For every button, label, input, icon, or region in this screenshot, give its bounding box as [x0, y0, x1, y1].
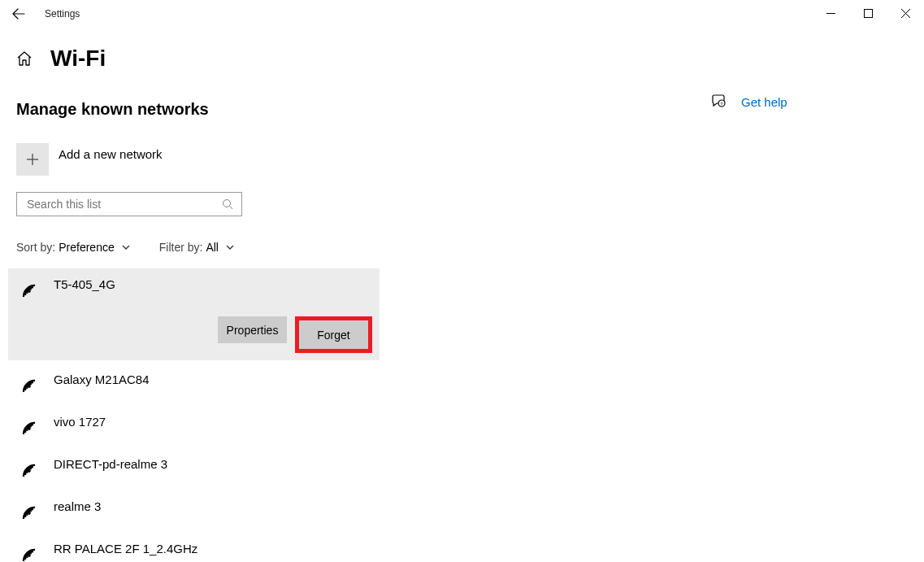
- chevron-down-icon: [121, 242, 131, 252]
- network-item[interactable]: vivo 1727: [8, 406, 380, 445]
- minimize-icon: [826, 9, 835, 18]
- network-name: Galaxy M21AC84: [54, 372, 150, 386]
- sort-by-dropdown[interactable]: Sort by: Preference: [16, 241, 131, 254]
- maximize-button[interactable]: [849, 0, 887, 26]
- network-item[interactable]: DIRECT-pd-realme 3: [8, 448, 380, 487]
- search-icon: [221, 198, 233, 211]
- wifi-icon: [18, 456, 41, 477]
- wifi-icon: [18, 372, 41, 393]
- help-icon: ?: [710, 94, 727, 110]
- page-header: Wi-Fi: [16, 46, 924, 72]
- network-name: vivo 1727: [54, 415, 106, 429]
- minimize-button[interactable]: [812, 0, 849, 26]
- close-icon: [901, 9, 910, 18]
- sort-label: Sort by:: [16, 241, 55, 254]
- filters-row: Sort by: Preference Filter by: All: [16, 241, 924, 254]
- help-section: ? Get help: [710, 94, 787, 110]
- properties-button[interactable]: Properties: [218, 316, 287, 343]
- network-item[interactable]: realme 3: [8, 490, 380, 529]
- add-new-label: Add a new network: [59, 147, 163, 161]
- window-title: Settings: [45, 8, 80, 20]
- network-actions: Properties Forget: [218, 316, 372, 353]
- network-name: RR PALACE 2F 1_2.4GHz: [54, 542, 197, 555]
- network-item-selected[interactable]: T5-405_4G Properties Forget: [8, 268, 380, 360]
- network-name: realme 3: [54, 499, 101, 513]
- section-title: Manage known networks: [16, 100, 924, 119]
- forget-highlight: Forget: [295, 316, 372, 353]
- window-controls: [812, 0, 924, 26]
- filter-by-dropdown[interactable]: Filter by: All: [159, 241, 235, 254]
- get-help-link[interactable]: Get help: [741, 95, 787, 109]
- back-button[interactable]: [0, 0, 37, 28]
- filter-label: Filter by:: [159, 241, 203, 254]
- search-box[interactable]: [16, 192, 242, 216]
- content-area: Manage known networks Add a new network …: [16, 100, 924, 562]
- wifi-icon: [18, 277, 41, 298]
- svg-point-8: [223, 200, 230, 207]
- maximize-icon: [864, 9, 873, 18]
- close-button[interactable]: [887, 0, 924, 26]
- title-bar: Settings: [0, 0, 924, 28]
- page-title: Wi-Fi: [50, 46, 106, 72]
- forget-button[interactable]: Forget: [299, 320, 368, 349]
- wifi-icon: [18, 499, 41, 520]
- network-name: T5-405_4G: [54, 277, 115, 291]
- network-item[interactable]: Galaxy M21AC84: [8, 364, 380, 403]
- sort-value: Preference: [59, 241, 114, 254]
- search-input[interactable]: [25, 197, 221, 211]
- networks-list: T5-405_4G Properties Forget Galaxy M21AC…: [8, 268, 380, 562]
- network-name: DIRECT-pd-realme 3: [54, 457, 167, 471]
- home-button[interactable]: [16, 50, 33, 67]
- wifi-icon: [18, 414, 41, 435]
- plus-icon: [16, 143, 49, 176]
- svg-line-9: [229, 207, 232, 210]
- wifi-icon: [18, 541, 41, 562]
- filter-value: All: [206, 241, 219, 254]
- chevron-down-icon: [225, 242, 235, 252]
- svg-rect-1: [864, 9, 872, 17]
- add-new-network[interactable]: Add a new network: [16, 143, 924, 176]
- home-icon: [16, 50, 33, 67]
- network-item[interactable]: RR PALACE 2F 1_2.4GHz: [8, 533, 380, 562]
- arrow-left-icon: [12, 7, 25, 20]
